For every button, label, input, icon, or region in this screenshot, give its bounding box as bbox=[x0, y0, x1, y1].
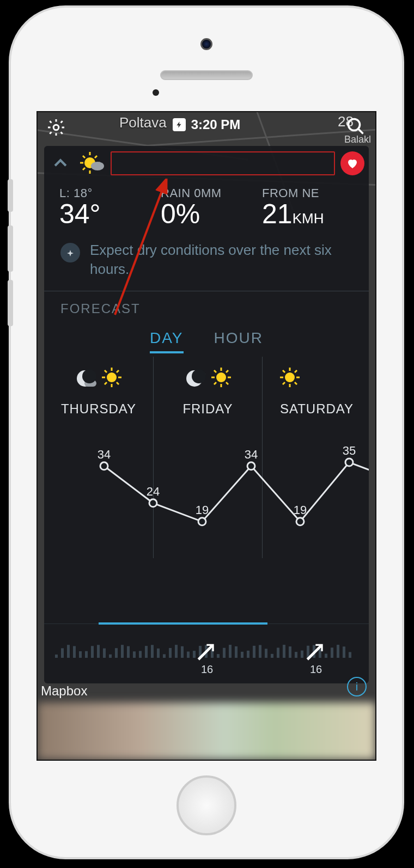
svg-rect-55 bbox=[73, 646, 76, 658]
svg-line-19 bbox=[117, 370, 119, 372]
svg-rect-101 bbox=[349, 652, 351, 658]
svg-rect-70 bbox=[163, 654, 166, 658]
phone-volume-up bbox=[8, 225, 13, 272]
svg-line-35 bbox=[283, 370, 285, 372]
svg-rect-72 bbox=[175, 645, 178, 658]
favorite-button[interactable] bbox=[340, 151, 364, 175]
day-name: THURSDAY bbox=[44, 401, 153, 417]
svg-point-41 bbox=[149, 499, 157, 507]
day-name: SATURDAY bbox=[263, 401, 369, 417]
collapse-chevron-icon[interactable] bbox=[48, 151, 72, 175]
tab-hour[interactable]: HOUR bbox=[214, 329, 263, 353]
svg-rect-52 bbox=[55, 655, 58, 658]
svg-text:24: 24 bbox=[147, 485, 160, 498]
map-label-right: Balakl bbox=[344, 134, 371, 145]
forecast-tabs: DAY HOUR bbox=[44, 322, 369, 357]
settings-icon[interactable] bbox=[46, 118, 66, 139]
svg-rect-82 bbox=[235, 646, 238, 658]
card-header bbox=[44, 146, 369, 181]
svg-line-8 bbox=[83, 168, 85, 170]
svg-rect-88 bbox=[271, 654, 273, 658]
svg-rect-59 bbox=[97, 645, 100, 658]
svg-rect-84 bbox=[247, 651, 249, 658]
svg-rect-91 bbox=[289, 646, 291, 658]
svg-rect-74 bbox=[187, 652, 190, 658]
wind-arrow-icon bbox=[194, 640, 216, 662]
svg-line-26 bbox=[214, 370, 216, 372]
svg-line-17 bbox=[105, 370, 107, 372]
svg-text:19: 19 bbox=[294, 503, 307, 517]
svg-point-45 bbox=[247, 462, 255, 470]
annotation-arrow bbox=[99, 179, 197, 320]
moon-stars-icon: ✦· bbox=[184, 368, 205, 389]
tab-day[interactable]: DAY bbox=[150, 329, 184, 353]
svg-point-30 bbox=[285, 372, 295, 382]
svg-rect-79 bbox=[217, 654, 220, 658]
phone-side-button bbox=[8, 179, 13, 212]
phone-volume-down bbox=[8, 280, 13, 326]
svg-point-12 bbox=[107, 372, 117, 382]
wind-value: 16 bbox=[310, 663, 322, 676]
svg-rect-73 bbox=[181, 646, 184, 658]
svg-rect-63 bbox=[121, 645, 124, 658]
phone-home-button[interactable] bbox=[176, 775, 236, 835]
temperature-line-chart: 342419341935 bbox=[44, 427, 369, 547]
svg-rect-83 bbox=[241, 652, 243, 658]
svg-text:34: 34 bbox=[98, 448, 111, 461]
svg-rect-98 bbox=[331, 647, 333, 658]
forecast-bottom-bar: 16 16 bbox=[44, 624, 369, 683]
svg-rect-61 bbox=[109, 655, 112, 658]
sun-icon bbox=[101, 366, 123, 390]
svg-rect-87 bbox=[265, 649, 267, 658]
svg-point-39 bbox=[100, 462, 108, 470]
svg-line-27 bbox=[226, 382, 228, 384]
stat-wind: FROM NE 21KMH bbox=[262, 186, 354, 228]
svg-line-11 bbox=[115, 188, 163, 315]
svg-line-28 bbox=[226, 370, 228, 372]
svg-rect-65 bbox=[133, 651, 136, 658]
phone-frame: Poltava 28 3:20 PM Balakl bbox=[11, 8, 402, 857]
footer-blur bbox=[38, 702, 375, 760]
svg-rect-99 bbox=[337, 645, 339, 658]
svg-line-29 bbox=[214, 382, 216, 384]
svg-rect-62 bbox=[115, 648, 118, 658]
svg-text:35: 35 bbox=[343, 444, 356, 457]
svg-point-1 bbox=[349, 119, 360, 131]
svg-point-0 bbox=[53, 125, 59, 130]
svg-rect-85 bbox=[253, 646, 255, 658]
day-name: FRIDAY bbox=[154, 401, 262, 417]
svg-point-10 bbox=[91, 162, 104, 170]
svg-text:19: 19 bbox=[196, 503, 209, 517]
wind-arrow-icon bbox=[303, 640, 325, 662]
svg-line-38 bbox=[283, 382, 285, 384]
svg-rect-86 bbox=[259, 645, 261, 658]
wind-unit: KMH bbox=[293, 210, 324, 227]
svg-point-49 bbox=[345, 459, 353, 466]
svg-rect-56 bbox=[79, 651, 82, 658]
svg-rect-89 bbox=[277, 648, 279, 658]
phone-camera bbox=[200, 38, 212, 50]
svg-rect-69 bbox=[157, 649, 160, 658]
svg-line-37 bbox=[295, 370, 297, 372]
svg-text:34: 34 bbox=[245, 448, 258, 461]
svg-rect-60 bbox=[103, 649, 106, 658]
forecast-title: FORECAST bbox=[44, 291, 369, 322]
svg-point-21 bbox=[216, 372, 226, 382]
forecast-chart-area[interactable]: THURSDAY ✦· FRIDAY bbox=[44, 357, 369, 558]
summary-row: Expect dry conditions over the next six … bbox=[44, 239, 369, 291]
current-stats: L: 18° 34° RAIN 0MM 0% FROM NE 21KMH bbox=[44, 181, 369, 239]
phone-proximity-sensor bbox=[153, 89, 159, 96]
info-button[interactable]: i bbox=[347, 677, 367, 696]
svg-rect-58 bbox=[91, 646, 94, 658]
svg-rect-66 bbox=[139, 651, 142, 658]
svg-point-43 bbox=[198, 518, 206, 525]
map-attribution[interactable]: Mapbox bbox=[41, 683, 87, 699]
status-time: 3:20 PM bbox=[191, 117, 241, 132]
svg-rect-67 bbox=[145, 646, 148, 658]
wind-value: 16 bbox=[201, 663, 213, 676]
location-title[interactable] bbox=[111, 151, 335, 175]
svg-point-47 bbox=[296, 518, 304, 525]
svg-rect-57 bbox=[85, 651, 88, 658]
sun-icon bbox=[210, 366, 232, 390]
svg-line-9 bbox=[95, 156, 97, 158]
